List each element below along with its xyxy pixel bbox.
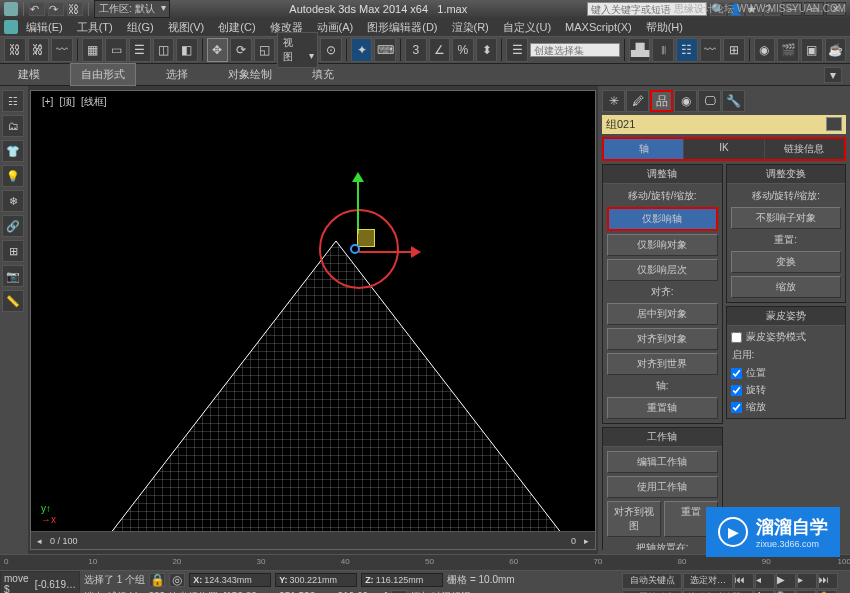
unlink-icon[interactable]: ⛓̸ [28,38,50,62]
select-object-icon[interactable]: ▭ [105,38,127,62]
viewport[interactable]: [+][顶][线框] [30,90,596,550]
autokey-button[interactable]: 自动关键点 [622,573,682,589]
move-tool-icon[interactable]: ✥ [207,38,229,62]
light-icon[interactable]: 💡 [2,165,24,187]
selected-button[interactable]: 选定对… [683,573,733,589]
isolate-icon[interactable]: 👕 [2,140,24,162]
freeze-icon[interactable]: ❄ [2,190,24,212]
schematic-view-icon[interactable]: ⊞ [723,38,745,62]
utilities-tab-icon[interactable]: 🔧 [722,90,745,112]
ribbon-min-icon[interactable]: ▾ [824,67,842,83]
rotate-tool-icon[interactable]: ⟳ [230,38,252,62]
object-name-field[interactable]: 组021 [602,115,846,134]
x-coord-input[interactable]: X:124.343mm [189,573,271,587]
goto-end-icon[interactable]: ⏭ [818,573,838,589]
reset-transform-button[interactable]: 变换 [731,251,842,273]
viewport-bottom-slider[interactable]: ◂0 / 1000▸ [31,531,595,549]
layers-icon[interactable]: ☷ [2,90,24,112]
isolate-selection-icon[interactable]: ◎ [169,573,185,587]
manipulate-icon[interactable]: ✦ [351,38,373,62]
affect-hierarchy-only-button[interactable]: 仅影响层次 [607,259,718,281]
select-filter-icon[interactable]: ▦ [82,38,104,62]
rollout-header[interactable]: 调整变换 [727,165,846,184]
snapshot-icon[interactable]: 📷 [2,265,24,287]
menu-view[interactable]: 视图(V) [162,18,211,37]
window-crossing-icon[interactable]: ◧ [176,38,198,62]
scale-tool-icon[interactable]: ◱ [254,38,276,62]
dont-affect-children-button[interactable]: 不影响子对象 [731,207,842,229]
align-to-view-button[interactable]: 对齐到视图 [607,501,661,537]
display-tab-icon[interactable]: 🖵 [698,90,721,112]
menu-group[interactable]: 组(G) [121,18,160,37]
rollout-header[interactable]: 工作轴 [603,428,722,447]
skin-pose-mode-checkbox[interactable]: 蒙皮姿势模式 [731,330,842,344]
selection-set-input[interactable] [530,43,620,57]
array-icon[interactable]: ⊞ [2,240,24,262]
keyboard-shortcut-icon[interactable]: ⌨ [374,38,396,62]
layer-manager-icon[interactable]: ☷ [676,38,698,62]
pivot-subtab[interactable]: 轴 [604,139,683,159]
lock-selection-icon[interactable]: 🔒 [149,573,165,587]
affect-object-only-button[interactable]: 仅影响对象 [607,234,718,256]
select-name-icon[interactable]: ☰ [129,38,151,62]
scale-checkbox[interactable]: 缩放 [731,400,842,414]
ref-coord-dropdown[interactable]: 视图 [277,32,318,68]
motion-tab-icon[interactable]: ◉ [674,90,697,112]
measure-icon[interactable]: 📏 [2,290,24,312]
ribbon-tab-freeform[interactable]: 自由形式 [70,63,136,86]
align-icon[interactable]: ⫴ [652,38,674,62]
menu-render[interactable]: 渲染(R) [446,18,495,37]
render-setup-icon[interactable]: 🎬 [777,38,799,62]
reset-scale-button[interactable]: 缩放 [731,276,842,298]
app-icon[interactable] [4,2,18,16]
material-editor-icon[interactable]: ◉ [754,38,776,62]
menu-tools[interactable]: 工具(T) [71,18,119,37]
affect-pivot-only-button[interactable]: 仅影响轴 [607,207,718,231]
create-tab-icon[interactable]: ✳ [602,90,625,112]
curve-editor-icon[interactable]: 〰 [700,38,722,62]
hierarchy-tab-icon[interactable]: 品 [650,90,673,112]
snap-toggle-icon[interactable]: 3 [405,38,427,62]
spinner-snap-icon[interactable]: ⬍ [476,38,498,62]
reset-pivot-button[interactable]: 重置轴 [607,397,718,419]
goto-start-icon[interactable]: ⏮ [734,573,754,589]
percent-snap-icon[interactable]: % [452,38,474,62]
render-frame-icon[interactable]: ▣ [801,38,823,62]
bind-space-warp-icon[interactable]: 〰 [51,38,73,62]
mirror-icon[interactable]: ▟▙ [629,38,651,62]
menu-graph[interactable]: 图形编辑器(D) [361,18,443,37]
menu-create[interactable]: 创建(C) [212,18,261,37]
link-button[interactable]: ⛓ [67,2,83,16]
edit-working-pivot-button[interactable]: 编辑工作轴 [607,451,718,473]
undo-button[interactable]: ↶ [29,2,45,16]
align-to-world-button[interactable]: 对齐到世界 [607,353,718,375]
z-coord-input[interactable]: Z:116.125mm [361,573,443,587]
align-to-object-button[interactable]: 对齐到对象 [607,328,718,350]
play-icon[interactable]: ▶ [776,573,796,589]
workspace-dropdown[interactable]: 工作区: 默认 [94,0,170,18]
scene-explorer-icon[interactable]: 🗂 [2,115,24,137]
viewport-label[interactable]: [+][顶][线框] [39,95,110,109]
menu-edit[interactable]: 编辑(E) [20,18,69,37]
angle-snap-icon[interactable]: ∠ [429,38,451,62]
select-link-icon[interactable]: ⛓ [4,38,26,62]
rollout-header[interactable]: 调整轴 [603,165,722,184]
menu-maxscript[interactable]: MAXScript(X) [559,19,638,35]
use-working-pivot-button[interactable]: 使用工作轴 [607,476,718,498]
ribbon-tab-objectpaint[interactable]: 对象绘制 [218,64,282,85]
named-selection-icon[interactable]: ☰ [506,38,528,62]
maxscript-mini-listener[interactable]: move $ [-0.619… [0,571,80,593]
ribbon-tab-selection[interactable]: 选择 [156,64,198,85]
pivot-center-icon[interactable]: ⊙ [320,38,342,62]
ik-subtab[interactable]: IK [684,139,763,159]
menu-customize[interactable]: 自定义(U) [497,18,557,37]
render-icon[interactable]: ☕ [825,38,847,62]
rotation-checkbox[interactable]: 旋转 [731,383,842,397]
prev-frame-icon[interactable]: ◂ [755,573,775,589]
linkinfo-subtab[interactable]: 链接信息 [765,139,844,159]
link-display-icon[interactable]: 🔗 [2,215,24,237]
redo-button[interactable]: ↷ [48,2,64,16]
y-coord-input[interactable]: Y:300.221mm [275,573,357,587]
ribbon-tab-modeling[interactable]: 建模 [8,64,50,85]
center-to-object-button[interactable]: 居中到对象 [607,303,718,325]
